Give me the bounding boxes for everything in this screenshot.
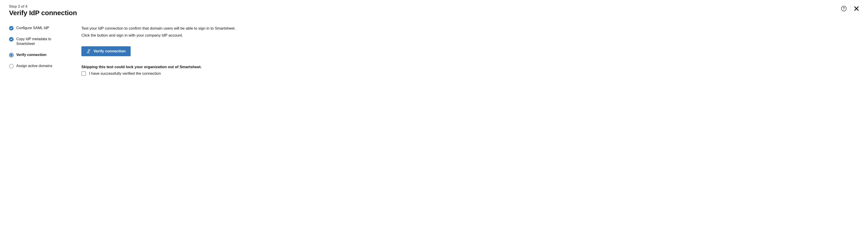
stepper-item-label: Verify connection <box>16 53 46 57</box>
wizard-step-page: ? Step 3 of 4 Verify IdP connection Conf… <box>0 0 868 85</box>
page-title: Verify IdP connection <box>9 9 859 17</box>
close-icon[interactable] <box>854 6 859 11</box>
stepper-item-label: Configure SAML IdP <box>16 26 49 31</box>
stepper-item-copy-metadata[interactable]: Copy IdP metadata to Smartsheet <box>9 37 77 46</box>
intro-text-line1: Test your IdP connection to confirm that… <box>81 26 236 31</box>
verified-checkbox-row: I have successfully verified the connect… <box>81 71 236 76</box>
stepper-item-verify-connection[interactable]: Verify connection <box>9 53 77 57</box>
check-circle-icon <box>9 37 13 41</box>
radio-current-icon <box>9 53 13 57</box>
verify-connection-button[interactable]: Verify connection <box>81 46 131 56</box>
stepper: Configure SAML IdP Copy IdP metadata to … <box>9 26 77 75</box>
warning-text: Skipping this test could lock your organ… <box>81 64 236 70</box>
verified-checkbox[interactable] <box>81 71 86 76</box>
verify-connection-button-label: Verify connection <box>94 49 126 54</box>
top-actions: ? <box>841 5 859 12</box>
verified-checkbox-label[interactable]: I have successfully verified the connect… <box>89 71 161 76</box>
svg-line-3 <box>89 52 89 53</box>
stepper-item-assign-domains[interactable]: Assign active domains <box>9 64 77 68</box>
wizard-body: Configure SAML IdP Copy IdP metadata to … <box>9 26 859 76</box>
radio-empty-icon <box>9 64 13 68</box>
stepper-item-label: Copy IdP metadata to Smartsheet <box>16 37 68 46</box>
stepper-item-configure-saml[interactable]: Configure SAML IdP <box>9 26 77 31</box>
step-indicator: Step 3 of 4 <box>9 4 859 8</box>
help-icon[interactable]: ? <box>841 6 846 11</box>
vertical-divider <box>850 5 850 12</box>
stepper-item-label: Assign active domains <box>16 64 52 68</box>
plug-icon <box>86 49 91 54</box>
svg-line-2 <box>88 51 89 51</box>
check-circle-icon <box>9 26 13 31</box>
intro-text-line2: Click the button and sign in with your c… <box>81 33 236 38</box>
step-content: Test your IdP connection to confirm that… <box>81 26 236 76</box>
